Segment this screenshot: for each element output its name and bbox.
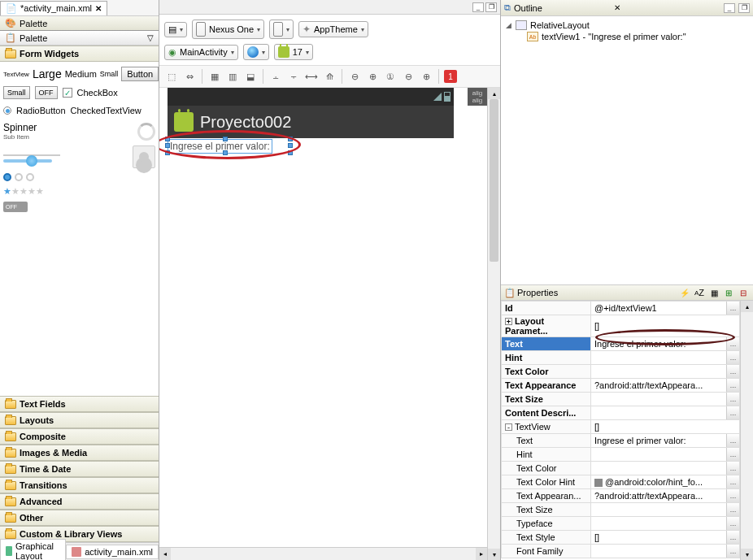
graphical-layout-tab[interactable]: Graphical Layout	[0, 539, 66, 560]
sort-az-icon[interactable]: AZ	[693, 286, 706, 299]
distribute-icon[interactable]: ⬓	[243, 69, 258, 84]
property-row[interactable]: TextIngrese el primer valor:…	[502, 434, 740, 448]
more-button[interactable]: …	[726, 302, 739, 315]
more-button[interactable]: …	[726, 489, 739, 502]
scroll-up-icon[interactable]: ▴	[488, 88, 500, 99]
zoom-100-icon[interactable]: ①	[383, 69, 398, 84]
property-value[interactable]: @android:color/hint_fo...…	[591, 475, 740, 489]
locale-selector[interactable]: ▾	[243, 44, 269, 60]
resize-handle[interactable]	[165, 143, 170, 148]
property-row[interactable]: Content Descri...…	[502, 406, 740, 420]
more-button[interactable]: …	[726, 393, 739, 406]
large-text-widget[interactable]: Large	[33, 67, 62, 80]
activity-selector[interactable]: ◉MainActivity▾	[164, 45, 238, 60]
categories-icon[interactable]: ▦	[707, 286, 720, 299]
ratingbar-widget[interactable]: ★ ★ ★ ★ ★	[3, 184, 155, 198]
small-button-widget[interactable]: Small	[3, 86, 30, 99]
properties-scrollbar[interactable]: ▴ ▾	[740, 301, 753, 560]
property-value[interactable]: ?android:attr/textAppeara...…	[591, 379, 740, 393]
seekbar-widget[interactable]	[3, 159, 52, 163]
properties-table[interactable]: Id@+id/textView1…+Layout Paramet...[]Tex…	[501, 301, 740, 558]
vertical-scrollbar[interactable]: ▴ ▾	[487, 88, 500, 560]
more-button[interactable]: …	[726, 351, 739, 364]
outline-root[interactable]: ◢ RelativeLayout	[504, 20, 750, 31]
radio-icon[interactable]	[3, 106, 11, 115]
scroll-down-icon[interactable]: ▾	[488, 549, 500, 560]
scroll-thumb[interactable]	[490, 99, 498, 262]
config-menu[interactable]: ▤▾	[164, 22, 187, 37]
property-value[interactable]: …	[591, 365, 740, 379]
form-widgets-category[interactable]: Form Widgets	[0, 46, 159, 62]
resize-handle[interactable]	[288, 150, 293, 155]
category-layouts[interactable]: Layouts	[0, 412, 159, 428]
scroll-left-icon[interactable]: ◂	[159, 548, 171, 560]
category-other[interactable]: Other	[0, 510, 159, 526]
category-transitions[interactable]: Transitions	[0, 477, 159, 493]
design-canvas[interactable]: alig alig Proyecto002 Ingrese el primer …	[159, 88, 500, 560]
toggle-fill-icon[interactable]: ⇔	[182, 69, 197, 84]
more-button[interactable]: …	[726, 434, 739, 447]
more-button[interactable]: …	[726, 545, 739, 558]
switch-widget[interactable]: OFF	[3, 202, 28, 212]
more-button[interactable]: …	[726, 503, 739, 516]
property-row[interactable]: Text Size…	[502, 503, 740, 517]
resize-handle[interactable]	[223, 137, 228, 141]
radio-widget[interactable]: RadioButton	[16, 106, 66, 115]
property-row[interactable]: Typeface…	[502, 517, 740, 531]
spinner-widget[interactable]: Spinner	[3, 122, 37, 133]
scroll-up-icon[interactable]: ▴	[741, 301, 753, 312]
property-value[interactable]: ?android:attr/textAppeara...…	[591, 489, 740, 503]
property-row[interactable]: Text Appearance?android:attr/textAppeara…	[502, 379, 740, 393]
file-tab[interactable]: 📄 *activity_main.xml ✕	[0, 1, 107, 15]
checkbox-icon[interactable]: ✓	[63, 88, 72, 98]
property-row[interactable]: Hint…	[502, 351, 740, 365]
property-value[interactable]: …	[591, 503, 740, 517]
collapse-icon[interactable]: ⊟	[737, 286, 750, 299]
attach-top-icon[interactable]: ⫟	[286, 69, 301, 84]
margins-icon[interactable]: ▥	[225, 69, 240, 84]
property-row[interactable]: Text Color…	[502, 462, 740, 475]
expander-icon[interactable]: +	[505, 318, 512, 325]
more-button[interactable]: …	[726, 337, 739, 350]
selected-textview[interactable]: Ingrese el primer valor:	[168, 139, 272, 154]
more-button[interactable]: …	[726, 475, 739, 488]
more-button[interactable]: …	[726, 531, 739, 544]
textview-widget[interactable]: TextView	[3, 71, 29, 78]
resize-handle[interactable]	[288, 143, 293, 148]
outline-child[interactable]: Ab textView1 - "Ingrese el primer valor:…	[504, 31, 750, 42]
zoom-actual-icon[interactable]: ⊕	[419, 69, 433, 84]
quickcontact-widget[interactable]	[133, 145, 155, 168]
property-value[interactable]: …	[591, 448, 740, 462]
radio-dot[interactable]	[15, 173, 23, 181]
resize-handle[interactable]	[165, 137, 170, 141]
property-value[interactable]: Ingrese el primer valor:…	[591, 434, 740, 448]
property-value[interactable]: …	[591, 517, 740, 531]
progress-ring-icon[interactable]	[137, 123, 155, 141]
restore-icon[interactable]: ❐	[485, 2, 497, 12]
property-row[interactable]: Text Appearan...?android:attr/textAppear…	[502, 489, 740, 503]
off-button-widget[interactable]: OFF	[35, 86, 58, 99]
palette-selector[interactable]: 📋 Palette ▽	[0, 31, 159, 46]
orientation-selector[interactable]: ▾	[269, 20, 294, 39]
more-button[interactable]: …	[726, 406, 739, 419]
property-row[interactable]: Id@+id/textView1…	[502, 302, 740, 315]
collapse-icon[interactable]: ◢	[504, 21, 512, 29]
toggle-bounds-icon[interactable]: ⬚	[164, 69, 179, 84]
property-row[interactable]: Font Family…	[502, 545, 740, 558]
lint-warnings-badge[interactable]: 1	[444, 70, 457, 83]
category-images-media[interactable]: Images & Media	[0, 445, 159, 461]
device-screen[interactable]: Ingrese el primer valor:	[168, 138, 454, 423]
scroll-right-icon[interactable]: ▸	[476, 548, 487, 560]
checkbox-widget[interactable]: CheckBox	[77, 88, 118, 98]
property-value[interactable]: …	[591, 393, 740, 406]
property-value[interactable]: …	[591, 545, 740, 558]
xml-source-tab[interactable]: activity_main.xml	[66, 545, 159, 559]
property-row[interactable]: Text Style[]…	[502, 531, 740, 545]
filter-icon[interactable]: ⚡	[678, 286, 691, 299]
device-selector[interactable]: Nexus One▾	[192, 20, 264, 39]
category-composite[interactable]: Composite	[0, 428, 159, 445]
category-text-fields[interactable]: Text Fields	[0, 396, 159, 412]
property-row[interactable]: Hint…	[502, 448, 740, 462]
property-row[interactable]: Text Size…	[502, 393, 740, 406]
medium-text-widget[interactable]: Medium	[65, 69, 97, 79]
